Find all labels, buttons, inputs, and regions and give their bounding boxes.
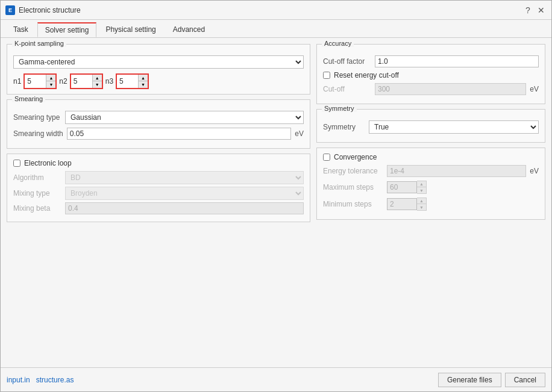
window-title: Electronic structure xyxy=(19,6,81,14)
smearing-section: Smearing Smearing type Gaussian Methfess… xyxy=(7,99,310,149)
tab-advanced[interactable]: Advanced xyxy=(165,22,213,37)
generate-files-button[interactable]: Generate files xyxy=(438,373,501,387)
n1-spinner-btns: ▲ ▼ xyxy=(46,75,55,88)
mixing-beta-row: Mixing beta 0.4 xyxy=(13,202,304,214)
help-button[interactable]: ? xyxy=(522,5,533,16)
max-steps-input: 60 xyxy=(387,181,417,193)
energy-tol-unit: eV xyxy=(530,167,539,175)
kpoint-section-title: K-point sampling xyxy=(12,40,66,47)
symmetry-select[interactable]: True False xyxy=(369,120,539,134)
kpoint-inner: Gamma-centered Monkhorst-Pack Manual n1 … xyxy=(13,55,304,89)
min-steps-increment-button: ▲ xyxy=(417,198,427,204)
input-in-link[interactable]: input.in xyxy=(7,376,30,384)
electronic-loop-row: Electronic loop xyxy=(13,159,304,167)
reset-energy-label: Reset energy cut-off xyxy=(334,71,399,79)
min-steps-label: Minimum steps xyxy=(323,200,383,208)
symmetry-inner: Symmetry True False xyxy=(323,120,539,134)
accuracy-section: Accuracy Cut-off factor 1.0 Reset energy… xyxy=(316,44,545,104)
accuracy-inner: Cut-off factor 1.0 Reset energy cut-off … xyxy=(323,55,539,95)
kpoint-n-row: n1 5 ▲ ▼ n2 5 ▲ xyxy=(13,73,304,89)
electronic-loop-section: Electronic loop Algorithm BD Mixing type… xyxy=(7,154,310,222)
mixing-type-label: Mixing type xyxy=(13,189,61,198)
n2-input[interactable]: 5 xyxy=(71,75,92,88)
min-steps-decrement-button: ▼ xyxy=(417,204,427,211)
electronic-loop-label: Electronic loop xyxy=(24,159,72,167)
algorithm-select: BD xyxy=(65,171,304,184)
min-steps-input: 2 xyxy=(387,198,417,210)
n1-spinner: 5 ▲ ▼ xyxy=(24,73,57,89)
tab-solver-setting[interactable]: Solver setting xyxy=(37,22,97,37)
smearing-width-label: Smearing width xyxy=(13,129,63,138)
n3-spinner: 5 ▲ ▼ xyxy=(116,73,149,89)
n1-input[interactable]: 5 xyxy=(25,75,46,88)
max-steps-decrement-button: ▼ xyxy=(417,187,427,194)
cutoff-label: Cut-off xyxy=(323,85,371,93)
tab-task[interactable]: Task xyxy=(5,22,36,37)
footer-links: input.in structure.as xyxy=(7,376,74,384)
left-panel: K-point sampling Gamma-centered Monkhors… xyxy=(7,44,310,361)
n2-decrement-button[interactable]: ▼ xyxy=(92,81,102,88)
cutoff-factor-row: Cut-off factor 1.0 xyxy=(323,55,539,67)
min-steps-row: Minimum steps 2 ▲ ▼ xyxy=(323,198,539,211)
mixing-type-select: Broyden xyxy=(65,187,304,200)
convergence-label: Convergence xyxy=(334,153,377,161)
convergence-checkbox[interactable] xyxy=(323,154,330,161)
smearing-type-label: Smearing type xyxy=(13,113,61,122)
electronic-loop-checkbox[interactable] xyxy=(13,160,20,167)
close-button[interactable]: ✕ xyxy=(536,5,547,16)
titlebar: E Electronic structure ? ✕ xyxy=(1,1,551,20)
n3-input[interactable]: 5 xyxy=(117,75,138,88)
footer: input.in structure.as Generate files Can… xyxy=(1,367,551,391)
convergence-checkbox-row: Convergence xyxy=(323,153,539,161)
cutoff-unit: eV xyxy=(530,85,539,93)
n2-spinner-btns: ▲ ▼ xyxy=(92,75,102,88)
n3-decrement-button[interactable]: ▼ xyxy=(138,81,148,88)
cutoff-row: Cut-off 300 eV xyxy=(323,83,539,95)
footer-buttons: Generate files Cancel xyxy=(438,373,545,387)
right-empty-space xyxy=(316,225,545,361)
max-steps-increment-button: ▲ xyxy=(417,181,427,187)
n3-spinner-btns: ▲ ▼ xyxy=(138,75,148,88)
n2-increment-button[interactable]: ▲ xyxy=(92,75,102,81)
kpoint-section: K-point sampling Gamma-centered Monkhors… xyxy=(7,44,310,95)
n1-increment-button[interactable]: ▲ xyxy=(46,75,55,81)
smearing-inner: Smearing type Gaussian Methfessel-Paxton… xyxy=(13,111,304,140)
cutoff-factor-input[interactable]: 1.0 xyxy=(375,55,539,67)
titlebar-left: E Electronic structure xyxy=(5,5,81,15)
symmetry-label: Symmetry xyxy=(323,123,365,131)
cutoff-factor-label: Cut-off factor xyxy=(323,57,371,66)
tab-physical-setting[interactable]: Physical setting xyxy=(98,22,163,37)
smearing-type-select[interactable]: Gaussian Methfessel-Paxton Marzari-Vande… xyxy=(65,111,304,124)
n3-increment-button[interactable]: ▲ xyxy=(138,75,148,81)
reset-energy-checkbox[interactable] xyxy=(323,72,330,79)
max-steps-spinner: 60 ▲ ▼ xyxy=(387,181,427,194)
smearing-width-input[interactable]: 0.05 xyxy=(67,128,292,140)
energy-tol-label: Energy tolerance xyxy=(323,167,383,175)
kpoint-method-select[interactable]: Gamma-centered Monkhorst-Pack Manual xyxy=(13,55,304,69)
symmetry-section: Symmetry Symmetry True False xyxy=(316,109,545,143)
left-empty-space xyxy=(7,227,310,361)
n3-label: n3 xyxy=(105,77,113,86)
n2-label: n2 xyxy=(59,77,67,86)
smearing-width-row: Smearing width 0.05 eV xyxy=(13,128,304,140)
n1-decrement-button[interactable]: ▼ xyxy=(46,81,55,88)
smearing-width-unit: eV xyxy=(295,129,304,138)
app-icon: E xyxy=(5,5,15,15)
max-steps-row: Maximum steps 60 ▲ ▼ xyxy=(323,181,539,194)
energy-tol-input: 1e-4 xyxy=(387,165,526,177)
reset-energy-row: Reset energy cut-off xyxy=(323,71,539,79)
tab-bar: Task Solver setting Physical setting Adv… xyxy=(1,20,551,38)
symmetry-section-title: Symmetry xyxy=(322,105,357,112)
cancel-button[interactable]: Cancel xyxy=(505,373,545,387)
accuracy-section-title: Accuracy xyxy=(322,40,354,47)
convergence-section: Convergence Energy tolerance 1e-4 eV Max… xyxy=(316,148,545,220)
structure-as-link[interactable]: structure.as xyxy=(36,376,74,384)
mixing-beta-label: Mixing beta xyxy=(13,204,61,213)
content-area: K-point sampling Gamma-centered Monkhors… xyxy=(1,38,551,367)
max-steps-label: Maximum steps xyxy=(323,183,383,191)
cutoff-input: 300 xyxy=(375,83,526,95)
energy-tol-row: Energy tolerance 1e-4 eV xyxy=(323,165,539,177)
right-panel: Accuracy Cut-off factor 1.0 Reset energy… xyxy=(316,44,545,361)
symmetry-row: Symmetry True False xyxy=(323,120,539,134)
min-steps-btns: ▲ ▼ xyxy=(417,198,427,211)
